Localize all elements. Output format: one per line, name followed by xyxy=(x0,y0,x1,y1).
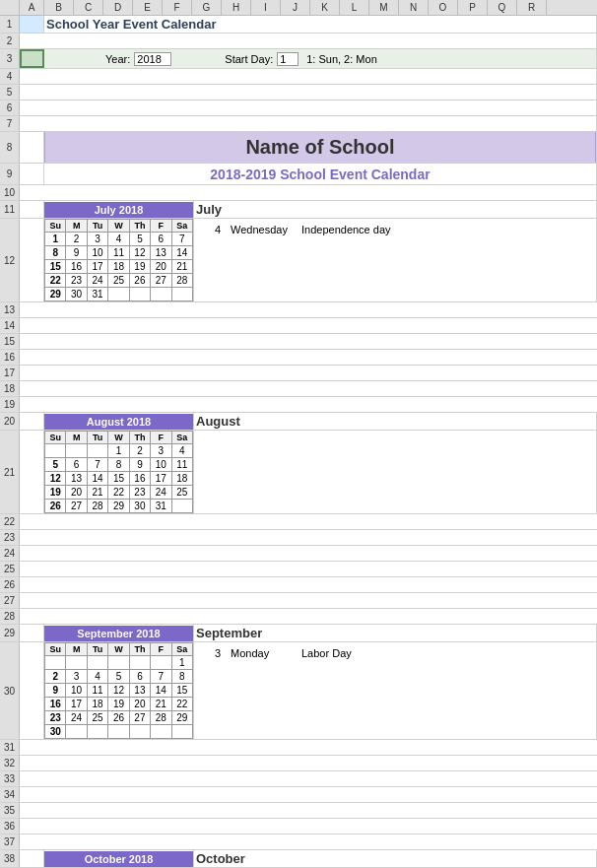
row-17: 17 xyxy=(0,366,597,381)
rownum-38: 38 xyxy=(0,850,20,867)
aug-grid-cell: Su M Tu W Th F Sa 1 2 3 4 5 6 7 xyxy=(44,431,194,513)
jul-e1 xyxy=(108,288,129,301)
rownum-21: 21 xyxy=(0,431,20,513)
row-36: 36 xyxy=(0,819,597,835)
jul-e2 xyxy=(130,288,151,301)
col-n: N xyxy=(399,0,429,15)
start-day-note: 1: Sun, 2: Mon xyxy=(306,53,377,65)
cell-a9 xyxy=(20,164,44,184)
row-31: 31 xyxy=(0,740,597,756)
rownum-5: 5 xyxy=(0,85,20,100)
row-37: 37 xyxy=(0,835,597,850)
jul-11: 11 xyxy=(108,246,129,260)
july-grid-cell: Su M Tu W Th F Sa 1 2 3 4 5 6 7 8 9 10 xyxy=(44,219,194,301)
jul-12: 12 xyxy=(130,246,151,260)
oct-cal-header-cell: October 2018 xyxy=(44,850,194,867)
aug-month-label: August xyxy=(196,414,240,429)
rownum-10: 10 xyxy=(0,185,20,200)
school-name-text: Name of School xyxy=(245,136,394,158)
aug-cal-header-cell: August 2018 xyxy=(44,413,194,430)
row-10: 10 xyxy=(0,185,597,201)
row-33: 33 xyxy=(0,771,597,787)
row-19: 19 xyxy=(0,397,597,413)
row-15: 15 xyxy=(0,334,597,350)
rownum-7: 7 xyxy=(0,116,20,131)
row-26: 26 xyxy=(0,577,597,593)
sep-events-cell: 3 Monday Labor Day xyxy=(194,642,597,739)
row-35: 35 xyxy=(0,803,597,819)
sep-grid: Su M Tu W Th F Sa 1 2 3 4 xyxy=(44,642,193,739)
rownum-20: 20 xyxy=(0,413,20,430)
jul-31: 31 xyxy=(88,288,108,301)
july-grid: Su M Tu W Th F Sa 1 2 3 4 5 6 7 8 9 10 xyxy=(44,219,193,301)
jul-h-th: Th xyxy=(130,220,151,233)
col-i: I xyxy=(251,0,281,15)
col-d: D xyxy=(103,0,133,15)
jul-e3 xyxy=(151,288,171,301)
sep-e1-day: 3 xyxy=(200,646,225,660)
spreadsheet: A B C D E F G H I J K L M N O P Q R 1 Sc… xyxy=(0,0,597,868)
rownum-12: 12 xyxy=(0,219,20,301)
rownum-3: 3 xyxy=(0,49,20,68)
rownum-30: 30 xyxy=(0,642,20,739)
start-day-input[interactable] xyxy=(277,52,298,66)
row-30: 30 Su M Tu W Th F Sa 1 xyxy=(0,642,597,740)
row-38: 38 October 2018 October xyxy=(0,850,597,868)
oct-header: October 2018 xyxy=(44,851,193,867)
jul-4: 4 xyxy=(108,233,129,246)
jul-h-su: Su xyxy=(45,220,66,233)
row-1: 1 School Year Event Calendar xyxy=(0,16,597,33)
cell-row10 xyxy=(20,185,597,200)
school-year-subtitle: 2018-2019 School Event Calendar xyxy=(44,164,596,184)
july-month-label: July xyxy=(196,202,222,217)
jul-h-w: W xyxy=(108,220,129,233)
jul-25: 25 xyxy=(108,274,129,288)
jul-9: 9 xyxy=(66,246,87,260)
row-18: 18 xyxy=(0,381,597,397)
row-24: 24 xyxy=(0,546,597,562)
col-o: O xyxy=(429,0,458,15)
july-events-cell: 4 Wednesday Independence day xyxy=(194,219,597,301)
col-c: C xyxy=(74,0,103,15)
row-27: 27 xyxy=(0,593,597,609)
jul-30: 30 xyxy=(66,288,87,301)
row-6: 6 xyxy=(0,100,597,116)
corner-header xyxy=(0,0,20,15)
cell-row7 xyxy=(20,116,597,131)
jul-h-tu: Tu xyxy=(88,220,108,233)
jul-26: 26 xyxy=(130,274,151,288)
sep-label-cell: September xyxy=(194,625,597,641)
jul-28: 28 xyxy=(172,274,193,288)
jul-e4 xyxy=(172,288,193,301)
july-event-table: 4 Wednesday Independence day xyxy=(198,221,592,238)
year-input[interactable] xyxy=(134,52,171,66)
jul-23: 23 xyxy=(66,274,87,288)
jul-17: 17 xyxy=(88,260,108,274)
year-start-row: Year: Start Day: 1: Sun, 2: Mon xyxy=(44,49,597,68)
sep-month-label: September xyxy=(196,626,262,640)
row-14: 14 xyxy=(0,318,597,334)
july-event-1: 4 Wednesday Independence day xyxy=(200,223,590,236)
row-9: 9 2018-2019 School Event Calendar xyxy=(0,164,597,185)
col-h: H xyxy=(222,0,251,15)
col-r: R xyxy=(517,0,547,15)
row-2: 2 xyxy=(0,33,597,49)
col-a: A xyxy=(20,0,44,15)
sep-e1-name: Labor Day xyxy=(298,646,590,660)
aug-header: August 2018 xyxy=(44,414,193,430)
school-name-banner: Name of School xyxy=(44,132,596,163)
cell-row6 xyxy=(20,100,597,115)
cell-a3-selected[interactable] xyxy=(20,49,44,68)
jul-29: 29 xyxy=(45,288,66,301)
july-header: July 2018 xyxy=(44,202,193,218)
row-28: 28 xyxy=(0,609,597,625)
jul-19: 19 xyxy=(130,260,151,274)
aug-events-cell xyxy=(194,431,597,513)
row-11: 11 July 2018 July xyxy=(0,201,597,219)
rownum-2: 2 xyxy=(0,33,20,48)
row-4: 4 xyxy=(0,69,597,85)
jul-h-m: M xyxy=(66,220,87,233)
jul-2: 2 xyxy=(66,233,87,246)
oct-month-label: October xyxy=(196,851,245,866)
sep-e1-dow: Monday xyxy=(227,646,296,660)
